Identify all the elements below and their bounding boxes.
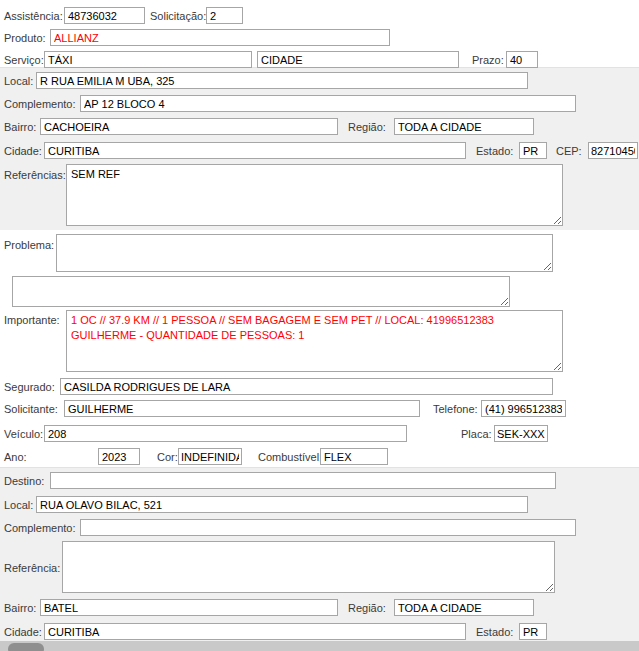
produto-field[interactable]: [50, 29, 390, 46]
telefone-field[interactable]: [481, 400, 566, 417]
combustivel-field[interactable]: [320, 448, 388, 465]
destino-cidade-field[interactable]: [44, 623, 466, 640]
origem-local-field[interactable]: [36, 72, 528, 89]
solicitacao-field[interactable]: [206, 7, 243, 24]
origem-regiao-label: Região:: [348, 119, 386, 136]
destino-regiao-label: Região:: [348, 600, 386, 617]
destino-field[interactable]: [50, 472, 556, 489]
importante-textarea[interactable]: 1 OC // 37.9 KM // 1 PESSOA // SEM BAGAG…: [66, 310, 563, 372]
cor-field[interactable]: [178, 448, 242, 465]
origem-estado-label: Estado:: [476, 143, 513, 160]
origem-cidade-label: Cidade:: [4, 143, 42, 160]
destino-local-field[interactable]: [36, 496, 528, 513]
origem-cep-label: CEP:: [556, 143, 582, 160]
origem-regiao-field[interactable]: [394, 118, 534, 135]
origem-bairro-label: Bairro:: [4, 119, 36, 136]
horizontal-scrollbar-thumb[interactable]: [8, 643, 44, 651]
origem-complemento-field[interactable]: [80, 95, 576, 112]
origem-referencias-label: Referências:: [4, 167, 66, 184]
servico-tipo-field[interactable]: [257, 51, 459, 68]
origem-cep-field[interactable]: [588, 142, 638, 159]
destino-label: Destino:: [4, 473, 44, 490]
importante-label: Importante:: [4, 312, 60, 329]
placa-field[interactable]: [494, 425, 548, 442]
veiculo-field[interactable]: [44, 425, 407, 442]
destino-complemento-label: Complemento:: [4, 520, 76, 537]
origem-complemento-label: Complemento:: [4, 96, 76, 113]
destino-cidade-label: Cidade:: [4, 624, 42, 641]
destino-referencia-label: Referência:: [4, 560, 60, 577]
ano-field[interactable]: [98, 448, 140, 465]
solicitacao-label: Solicitação:: [150, 8, 206, 25]
telefone-label: Telefone:: [433, 401, 478, 418]
combustivel-label: Combustível:: [258, 449, 322, 466]
origem-bairro-field[interactable]: [40, 118, 338, 135]
destino-local-label: Local:: [4, 497, 33, 514]
origem-referencias-textarea[interactable]: SEM REF: [66, 164, 563, 226]
problema-textarea[interactable]: [56, 234, 553, 272]
origem-local-label: Local:: [4, 73, 33, 90]
prazo-label: Prazo:: [472, 52, 504, 69]
horizontal-scrollbar-track[interactable]: [0, 641, 639, 651]
destino-estado-label: Estado:: [476, 624, 513, 641]
origem-cidade-field[interactable]: [44, 142, 466, 159]
destino-bairro-label: Bairro:: [4, 600, 36, 617]
assistance-form: Assistência: Solicitação: Produto: Servi…: [0, 0, 639, 651]
segurado-label: Segurado:: [4, 379, 55, 396]
cor-label: Cor:: [157, 449, 178, 466]
destino-complemento-field[interactable]: [80, 519, 576, 536]
servico-label: Serviço:: [4, 52, 44, 69]
segurado-field[interactable]: [60, 378, 553, 395]
assistencia-field[interactable]: [64, 7, 145, 24]
problema-label: Problema:: [4, 237, 54, 254]
veiculo-label: Veículo:: [4, 426, 43, 443]
destino-regiao-field[interactable]: [394, 599, 534, 616]
assistencia-label: Assistência:: [4, 8, 63, 25]
solicitante-field[interactable]: [64, 400, 420, 417]
destino-referencia-textarea[interactable]: [62, 541, 555, 593]
solicitante-label: Solicitante:: [4, 401, 58, 418]
prazo-field[interactable]: [506, 51, 538, 68]
produto-label: Produto:: [4, 30, 46, 47]
destino-bairro-field[interactable]: [40, 599, 338, 616]
servico-field[interactable]: [44, 51, 252, 68]
origem-estado-field[interactable]: [519, 142, 547, 159]
placa-label: Placa:: [461, 426, 492, 443]
ano-label: Ano:: [4, 449, 27, 466]
problema-extra-textarea[interactable]: [12, 276, 510, 307]
destino-estado-field[interactable]: [519, 623, 547, 640]
